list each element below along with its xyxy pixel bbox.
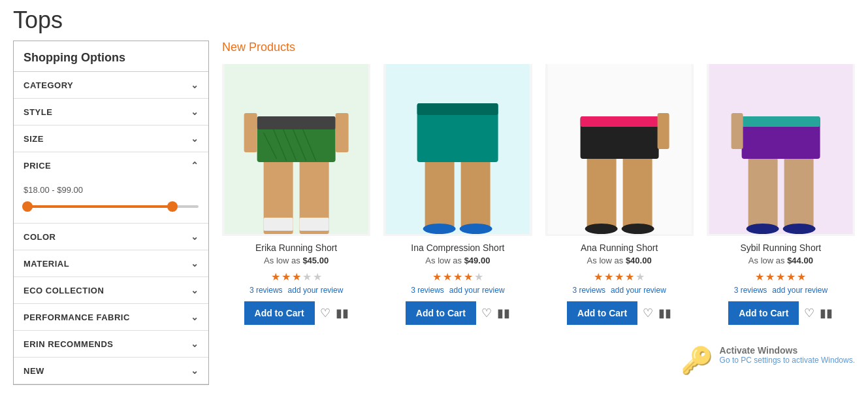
star-icon: ★: [797, 271, 806, 283]
add-review-link-3[interactable]: add your review: [611, 286, 666, 295]
price-slider-fill: [24, 205, 172, 208]
svg-rect-12: [264, 218, 293, 231]
product-price-2: As low as $49.00: [425, 256, 490, 265]
star-icon: ★: [453, 271, 462, 283]
star-icon: ★: [755, 271, 764, 283]
filter-color-toggle[interactable]: COLOR ⌄: [14, 224, 208, 250]
heart-icon-3[interactable]: ♡: [643, 306, 653, 320]
price-slider-thumb-right[interactable]: [167, 201, 178, 212]
price-slider[interactable]: [24, 200, 199, 213]
svg-rect-10: [336, 113, 349, 152]
chevron-down-icon: ⌄: [191, 133, 199, 144]
product-actions-3: Add to Cart ♡ ▮▮: [567, 301, 671, 325]
product-price-value-2: $49.00: [464, 256, 490, 265]
bar-chart-icon-2[interactable]: ▮▮: [497, 306, 510, 320]
product-image-4: [707, 64, 855, 234]
key-icon: 🔑: [681, 345, 713, 376]
filter-size-toggle[interactable]: SIZE ⌄: [14, 126, 208, 152]
svg-rect-31: [784, 149, 813, 227]
filter-new-toggle[interactable]: NEW ⌄: [14, 358, 208, 384]
star-icon: ★: [281, 271, 291, 283]
star-icon: ★: [271, 271, 280, 283]
product-price-1: As low as $45.00: [264, 256, 329, 265]
product-actions-2: Add to Cart ♡ ▮▮: [406, 301, 510, 325]
add-to-cart-button-1[interactable]: Add to Cart: [244, 301, 315, 325]
product-review-line-4: 3 reviews add your review: [734, 286, 828, 295]
star-icon: ★: [443, 271, 452, 283]
filter-price-toggle[interactable]: PRICE ⌃: [14, 152, 208, 178]
filter-style-toggle[interactable]: STYLE ⌄: [14, 99, 208, 125]
chevron-down-icon: ⌄: [191, 365, 199, 376]
add-to-cart-button-4[interactable]: Add to Cart: [728, 301, 799, 325]
filter-performance-fabric: PERFORMANCE FABRIC ⌄: [14, 304, 208, 331]
product-stars-1: ★ ★ ★ ★ ★: [271, 271, 322, 283]
heart-icon-4[interactable]: ♡: [804, 306, 814, 320]
chevron-up-icon: ⌃: [191, 160, 199, 171]
review-count-link-1[interactable]: 3 reviews: [249, 286, 283, 295]
chevron-down-icon: ⌄: [191, 285, 199, 295]
product-image-container-4: [707, 64, 855, 236]
chevron-down-icon: ⌄: [191, 312, 199, 322]
product-actions-1: Add to Cart ♡ ▮▮: [244, 301, 349, 325]
filter-new: NEW ⌄: [14, 358, 208, 384]
filter-material-toggle[interactable]: MATERIAL ⌄: [14, 250, 208, 276]
add-to-cart-button-3[interactable]: Add to Cart: [567, 301, 637, 325]
svg-rect-33: [741, 116, 820, 127]
star-icon: ★: [464, 271, 473, 283]
sidebar-header: Shopping Options: [14, 41, 208, 72]
price-slider-thumb-left[interactable]: [22, 201, 33, 212]
windows-activate-title: Activate Windows: [720, 345, 855, 356]
star-icon: ★: [635, 271, 645, 283]
product-review-line-2: 3 reviews add your review: [411, 286, 504, 295]
product-image-1: [222, 64, 370, 234]
bar-chart-icon-3[interactable]: ▮▮: [658, 306, 671, 320]
add-review-link-1[interactable]: add your review: [288, 286, 344, 295]
add-to-cart-button-2[interactable]: Add to Cart: [406, 301, 476, 325]
product-card-1: Erika Running Short As low as $45.00 ★ ★…: [222, 64, 370, 325]
star-icon: ★: [432, 271, 442, 283]
svg-rect-11: [244, 113, 257, 152]
filter-erin-toggle[interactable]: ERIN RECOMMENDS ⌄: [14, 331, 208, 357]
filter-eco-label: ECO COLLECTION: [24, 286, 104, 295]
product-card-4: Sybil Running Short As low as $44.00 ★ ★…: [707, 64, 855, 325]
svg-rect-13: [300, 218, 329, 231]
svg-rect-22: [587, 149, 616, 227]
bar-chart-icon-1[interactable]: ▮▮: [336, 306, 349, 320]
svg-point-19: [423, 224, 456, 234]
filter-price-label: PRICE: [24, 161, 51, 171]
svg-rect-25: [580, 116, 658, 127]
star-icon: ★: [313, 271, 322, 283]
product-image-3: [545, 64, 694, 234]
product-name-1: Erika Running Short: [255, 243, 337, 253]
svg-point-27: [585, 224, 617, 234]
filter-price: PRICE ⌃ $18.00 - $99.00: [14, 152, 208, 224]
filter-erin-label: ERIN RECOMMENDS: [24, 339, 114, 349]
svg-point-35: [746, 224, 779, 234]
add-review-link-4[interactable]: add your review: [772, 286, 828, 295]
heart-icon-2[interactable]: ♡: [481, 306, 492, 320]
filter-eco-toggle[interactable]: ECO COLLECTION ⌄: [14, 277, 208, 303]
windows-activate-link[interactable]: Go to PC settings to activate Windows.: [720, 356, 855, 365]
filter-category-label: CATEGORY: [24, 80, 73, 90]
star-icon: ★: [786, 271, 796, 283]
review-count-link-2[interactable]: 3 reviews: [411, 286, 444, 295]
svg-rect-23: [622, 149, 652, 227]
section-title: New Products: [222, 41, 855, 54]
heart-icon-1[interactable]: ♡: [320, 306, 330, 320]
windows-activation-text: Activate Windows Go to PC settings to ac…: [720, 345, 855, 365]
star-icon: ★: [625, 271, 634, 283]
filter-material: MATERIAL ⌄: [14, 250, 208, 277]
filter-category-toggle[interactable]: CATEGORY ⌄: [14, 72, 208, 98]
chevron-down-icon: ⌄: [191, 80, 199, 90]
product-image-container-2: [383, 64, 532, 236]
filter-category: CATEGORY ⌄: [14, 72, 208, 99]
product-actions-4: Add to Cart ♡ ▮▮: [728, 301, 833, 325]
add-review-link-2[interactable]: add your review: [449, 286, 505, 295]
review-count-link-4[interactable]: 3 reviews: [734, 286, 767, 295]
svg-rect-4: [257, 116, 336, 129]
bar-chart-icon-4[interactable]: ▮▮: [820, 306, 833, 320]
product-name-2: Ina Compression Short: [411, 243, 504, 253]
filter-performance-toggle[interactable]: PERFORMANCE FABRIC ⌄: [14, 304, 208, 330]
review-count-link-3[interactable]: 3 reviews: [572, 286, 605, 295]
filter-color: COLOR ⌄: [14, 224, 208, 250]
